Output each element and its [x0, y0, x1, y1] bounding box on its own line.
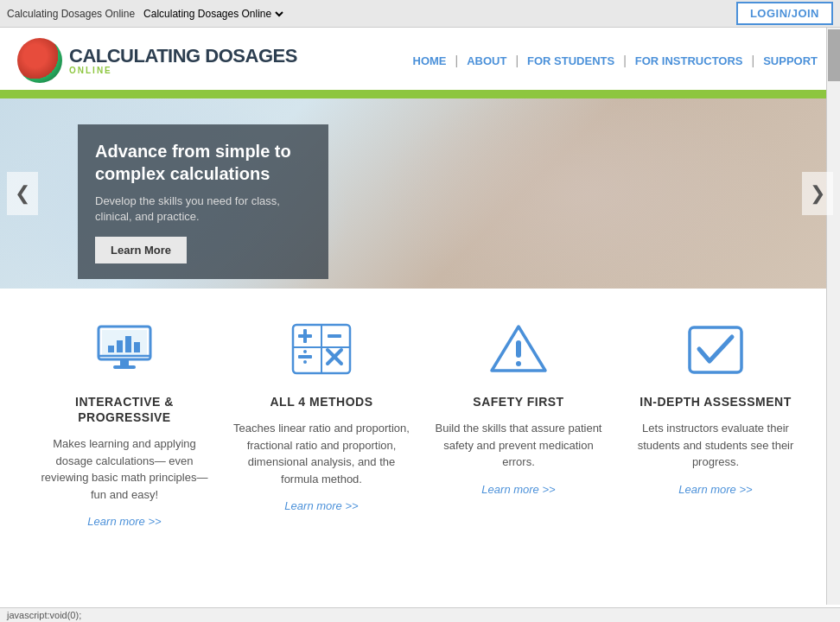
svg-rect-14	[303, 360, 307, 364]
scrollbar-thumb[interactable]	[828, 29, 840, 81]
nav-about[interactable]: ABOUT	[461, 51, 512, 71]
tab-dropdown[interactable]: Calculating Dosages Online	[140, 7, 286, 21]
browser-tab: Calculating Dosages Online Calculating D…	[7, 7, 286, 21]
feature-methods-title: ALL 4 METHODS	[270, 394, 372, 409]
warning-icon	[488, 323, 549, 378]
next-icon: ❯	[810, 182, 825, 205]
logo-icon	[17, 38, 62, 83]
svg-rect-21	[516, 340, 521, 358]
feature-interactive-title: INTERACTIVE &PROGRESSIVE	[75, 394, 174, 425]
login-join-button[interactable]: LOGIN/JOIN	[736, 2, 833, 25]
svg-rect-4	[125, 336, 131, 352]
hero-subtitle: Develop the skills you need for class, c…	[95, 194, 311, 225]
nav-sep-4: |	[752, 54, 755, 67]
svg-rect-7	[113, 365, 136, 369]
svg-rect-13	[303, 350, 307, 353]
main-nav: HOME | ABOUT | FOR STUDENTS | FOR INSTRU…	[408, 51, 823, 71]
prev-icon: ❮	[15, 182, 30, 205]
svg-rect-5	[134, 342, 140, 352]
feature-methods-link[interactable]: Learn more >>	[284, 499, 358, 512]
svg-rect-6	[120, 359, 129, 366]
feature-assessment: IN-DEPTH ASSESSMENT Lets instructors eva…	[625, 323, 806, 496]
carousel-next-button[interactable]: ❯	[802, 172, 833, 215]
browser-toolbar: Calculating Dosages Online Calculating D…	[0, 0, 840, 28]
hero-carousel: ❮ ❯ Advance from simple to complex calcu…	[0, 98, 840, 289]
logo-text: CALCULATING DOSAGES ONLINE	[69, 47, 297, 75]
check-icon	[685, 323, 746, 378]
feature-methods: ALL 4 METHODS Teaches linear ratio and p…	[231, 323, 412, 512]
svg-rect-12	[298, 355, 312, 359]
feature-safety-link[interactable]: Learn more >>	[481, 483, 555, 496]
site-header: CALCULATING DOSAGES ONLINE HOME | ABOUT …	[0, 28, 840, 93]
nav-sep-2: |	[515, 54, 519, 67]
nav-sep-1: |	[455, 54, 459, 67]
feature-safety: SAFETY FIRST Build the skills that assur…	[428, 323, 609, 496]
feature-assessment-title: IN-DEPTH ASSESSMENT	[640, 394, 791, 409]
monitor-icon	[94, 323, 155, 378]
nav-for-instructors[interactable]: FOR INSTRUCTORS	[630, 51, 748, 71]
nav-sep-3: |	[623, 54, 627, 67]
svg-rect-2	[108, 346, 114, 352]
feature-interactive: INTERACTIVE &PROGRESSIVE Makes learning …	[34, 323, 215, 528]
feature-safety-desc: Build the skills that assure patient saf…	[428, 420, 609, 471]
feature-methods-desc: Teaches linear ratio and proportion, fra…	[231, 420, 412, 487]
nav-for-students[interactable]: FOR STUDENTS	[522, 51, 620, 71]
hero-learn-more-button[interactable]: Learn More	[95, 237, 187, 263]
svg-rect-11	[328, 334, 341, 338]
feature-assessment-link[interactable]: Learn more >>	[678, 483, 752, 496]
features-section: INTERACTIVE &PROGRESSIVE Makes learning …	[0, 289, 840, 554]
nav-home[interactable]: HOME	[408, 51, 452, 71]
feature-interactive-link[interactable]: Learn more >>	[87, 515, 161, 528]
svg-rect-3	[117, 340, 123, 352]
logo-sub-text: ONLINE	[69, 66, 297, 75]
feature-assessment-desc: Lets instructors evaluate their students…	[625, 420, 806, 471]
logo-area: CALCULATING DOSAGES ONLINE	[17, 38, 297, 83]
feature-safety-title: SAFETY FIRST	[473, 394, 563, 409]
nav-support[interactable]: SUPPORT	[758, 51, 823, 71]
feature-interactive-desc: Makes learning and applying dosage calcu…	[34, 435, 215, 503]
svg-rect-22	[516, 361, 521, 366]
carousel-prev-button[interactable]: ❮	[7, 172, 38, 215]
svg-rect-10	[303, 329, 307, 343]
tab-title: Calculating Dosages Online	[7, 8, 135, 20]
hero-title: Advance from simple to complex calculati…	[95, 140, 311, 185]
math-icon	[291, 323, 352, 378]
logo-main-text: CALCULATING DOSAGES	[69, 47, 297, 66]
scrollbar[interactable]	[826, 28, 840, 554]
hero-content-box: Advance from simple to complex calculati…	[78, 124, 328, 279]
